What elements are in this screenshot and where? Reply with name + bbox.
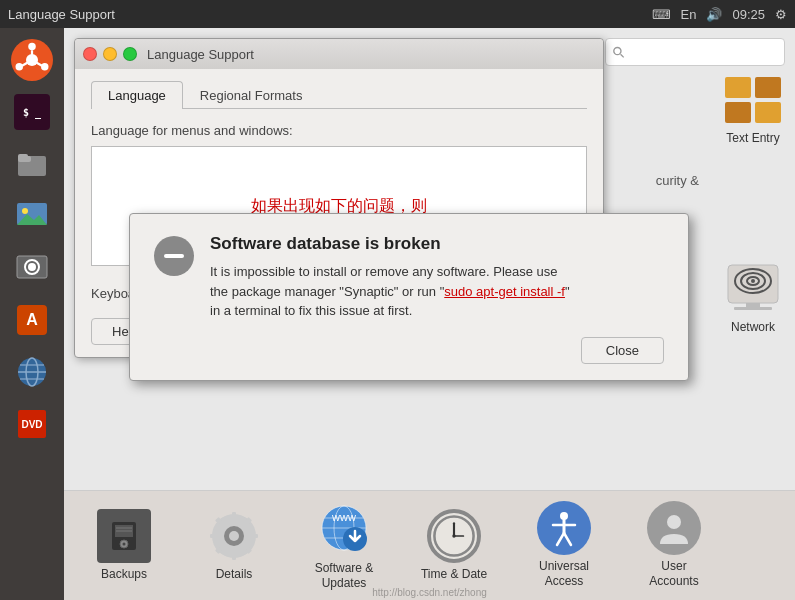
settings-software-updates-item[interactable]: www Software &Updates: [304, 499, 384, 592]
main-area: Text Entry curity & Network: [64, 28, 795, 600]
files-icon: [14, 146, 50, 182]
settings-time-date-item[interactable]: Time & Date: [414, 509, 494, 583]
close-error-dialog-button[interactable]: Close: [581, 337, 664, 364]
language-tabs: Language Regional Formats: [91, 81, 587, 109]
clock: 09:25: [732, 7, 765, 22]
svg-point-68: [667, 515, 681, 529]
settings-universal-access-item[interactable]: UniversalAccess: [524, 501, 604, 590]
settings-backups-item[interactable]: Backups: [84, 509, 164, 583]
text-entry-icon: [721, 73, 785, 127]
security-partial-label: curity &: [656, 173, 699, 188]
svg-point-37: [123, 542, 126, 545]
topbar-icons: ⌨ En 🔊 09:25 ⚙: [652, 7, 787, 22]
time-date-icon: [427, 509, 481, 563]
image-icon: [14, 198, 50, 234]
error-body-line2-suffix: ": [565, 284, 570, 299]
settings-search-bar[interactable]: [605, 38, 785, 66]
error-body-line2-prefix: the package manager "Synaptic" or run ": [210, 284, 444, 299]
svg-point-33: [751, 279, 755, 283]
svg-point-62: [452, 534, 455, 537]
universal-access-icon: [537, 501, 591, 555]
svg-rect-46: [251, 534, 258, 538]
user-accounts-label: UserAccounts: [649, 559, 698, 590]
search-input[interactable]: [629, 45, 778, 60]
svg-point-1: [28, 43, 36, 51]
error-body-line3: in a terminal to fix this issue at first…: [210, 303, 412, 318]
terminal-icon: $ _: [14, 94, 50, 130]
settings-bottom-bar: Backups Detail: [64, 490, 795, 600]
keyboard-icon: ⌨: [652, 7, 671, 22]
svg-rect-45: [210, 534, 217, 538]
settings-details-item[interactable]: Details: [194, 509, 274, 583]
browser-icon: [14, 354, 50, 390]
sidebar-item-dvd[interactable]: DVD: [8, 400, 56, 448]
settings-user-accounts-item[interactable]: UserAccounts: [634, 501, 714, 590]
network-label: Network: [731, 320, 775, 334]
backup-icon: [97, 509, 151, 563]
window-maximize-btn[interactable]: [123, 47, 137, 61]
sidebar-item-terminal[interactable]: $ _: [8, 88, 56, 136]
svg-point-25: [614, 48, 621, 55]
svg-point-42: [229, 531, 239, 541]
svg-rect-29: [734, 307, 772, 310]
sidebar-item-image-viewer[interactable]: [8, 192, 56, 240]
svg-text:DVD: DVD: [21, 419, 42, 430]
dvd-icon: DVD: [14, 406, 50, 442]
volume-icon: 🔊: [706, 7, 722, 22]
error-header: Software database is broken It is imposs…: [154, 234, 664, 321]
search-icon: [612, 45, 625, 59]
error-icon: [154, 236, 194, 276]
software-updates-icon: www: [315, 499, 373, 557]
svg-point-15: [28, 263, 36, 271]
error-body-line1: It is impossible to install or remove an…: [210, 264, 558, 279]
svg-point-11: [22, 208, 28, 214]
sidebar-item-browser[interactable]: [8, 348, 56, 396]
svg-rect-44: [232, 553, 236, 560]
network-icon-svg: [724, 261, 782, 313]
watermark: http://blog.csdn.net/zhong: [372, 587, 487, 598]
sidebar-item-ubuntu[interactable]: [8, 36, 56, 84]
language-window-titlebar: Language Support: [75, 39, 603, 69]
ubuntu-logo-icon: [11, 39, 53, 81]
universal-access-label: UniversalAccess: [539, 559, 589, 590]
svg-line-26: [621, 54, 624, 57]
error-dialog: Software database is broken It is imposs…: [129, 213, 689, 381]
lang-indicator[interactable]: En: [681, 7, 697, 22]
error-body-underline: sudo apt-get install -f: [444, 284, 565, 299]
error-text-block: Software database is broken It is imposs…: [210, 234, 570, 321]
svg-line-66: [557, 533, 564, 545]
language-window-title: Language Support: [147, 47, 254, 62]
app-store-icon: A: [14, 302, 50, 338]
settings-text-entry-item[interactable]: Text Entry: [721, 73, 785, 145]
tab-language[interactable]: Language: [91, 81, 183, 109]
window-close-btn[interactable]: [83, 47, 97, 61]
svg-point-3: [16, 63, 24, 71]
tab-regional-formats[interactable]: Regional Formats: [183, 81, 320, 109]
sidebar-item-files[interactable]: [8, 140, 56, 188]
error-footer: Close: [154, 337, 664, 364]
details-icon: [207, 509, 261, 563]
details-label: Details: [216, 567, 253, 583]
user-accounts-icon: [647, 501, 701, 555]
text-entry-label: Text Entry: [726, 131, 779, 145]
svg-text:A: A: [26, 311, 38, 328]
sidebar-item-app-store[interactable]: A: [8, 296, 56, 344]
topbar-title: Language Support: [8, 7, 652, 22]
settings-network-item[interactable]: Network: [721, 258, 785, 334]
backups-label: Backups: [101, 567, 147, 583]
software-updates-label: Software &Updates: [315, 561, 374, 592]
window-minimize-btn[interactable]: [103, 47, 117, 61]
settings-icon[interactable]: ⚙: [775, 7, 787, 22]
svg-rect-38: [116, 527, 132, 529]
svg-rect-39: [116, 530, 132, 532]
time-date-label: Time & Date: [421, 567, 487, 583]
network-icon: [721, 258, 785, 316]
language-menus-label: Language for menus and windows:: [91, 123, 587, 138]
error-body: It is impossible to install or remove an…: [210, 262, 570, 321]
sidebar-item-screenshot[interactable]: [8, 244, 56, 292]
error-title: Software database is broken: [210, 234, 570, 254]
svg-rect-9: [18, 154, 28, 160]
svg-point-2: [41, 63, 49, 71]
svg-rect-43: [232, 512, 236, 519]
topbar: Language Support ⌨ En 🔊 09:25 ⚙: [0, 0, 795, 28]
